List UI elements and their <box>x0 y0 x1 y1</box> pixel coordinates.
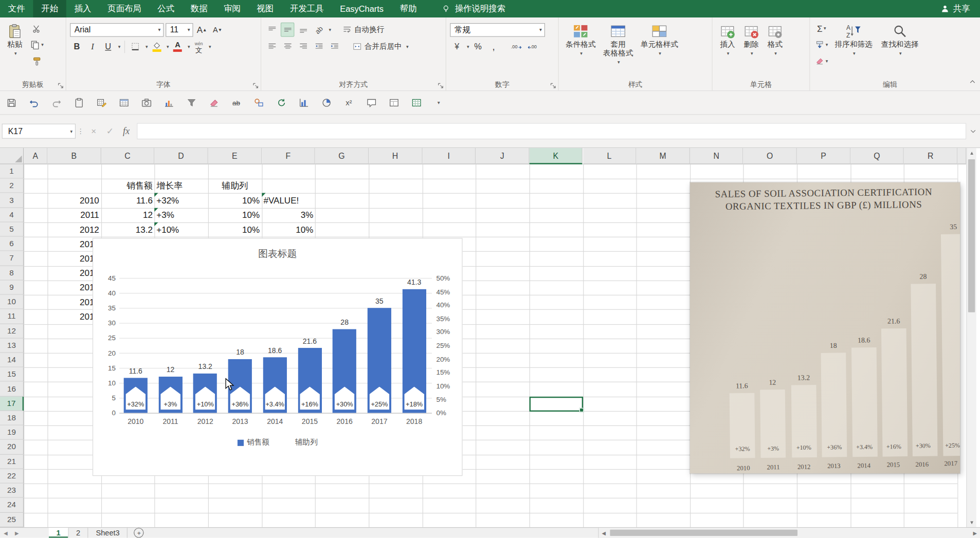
menu-tab-审阅[interactable]: 审阅 <box>215 0 248 17</box>
font-size-select[interactable]: 11▾ <box>166 23 193 36</box>
column-header-R[interactable]: R <box>904 148 957 164</box>
qat-comment-icon[interactable] <box>365 97 377 109</box>
column-header-A[interactable]: A <box>24 148 47 164</box>
row-header-25[interactable]: 25 <box>0 512 24 527</box>
sheet-tab-Sheet3[interactable]: Sheet3 <box>88 528 128 537</box>
increase-decimal-button[interactable]: .00 <box>509 40 523 54</box>
menu-tab-数据[interactable]: 数据 <box>183 0 215 17</box>
sheet-nav-prev[interactable]: ◀ <box>0 528 11 537</box>
autosum-button[interactable]: Σ▾ <box>814 21 829 35</box>
row-header-14[interactable]: 14 <box>0 353 24 367</box>
wrap-text-button[interactable]: 自动换行 <box>341 23 385 37</box>
column-header-J[interactable]: J <box>476 148 529 164</box>
column-header-M[interactable]: M <box>637 148 690 164</box>
legend-item-辅助列[interactable]: 辅助列 <box>286 437 318 448</box>
qat-refresh-icon[interactable] <box>275 97 287 109</box>
column-header-G[interactable]: G <box>315 148 369 164</box>
italic-button[interactable]: I <box>86 40 100 54</box>
sheet-nav-next[interactable]: ▶ <box>11 528 23 537</box>
row-header-11[interactable]: 11 <box>0 309 24 324</box>
menu-tab-插入[interactable]: 插入 <box>66 0 99 17</box>
decrease-indent-button[interactable] <box>312 40 326 54</box>
bold-button[interactable]: B <box>70 40 84 54</box>
row-header-18[interactable]: 18 <box>0 411 24 425</box>
cell-C5[interactable]: 13.2 <box>101 222 154 237</box>
new-sheet-button[interactable]: + <box>134 528 144 537</box>
row-header-5[interactable]: 5 <box>0 222 24 237</box>
chart-bar-2016[interactable]: 28+30% <box>333 329 356 413</box>
worksheet-grid[interactable]: 图表标题 45403530252015105050%45%40%35%30%25… <box>0 148 966 527</box>
align-right-button[interactable] <box>296 40 310 54</box>
increase-indent-button[interactable] <box>328 40 341 54</box>
cell-D4[interactable]: +3% <box>155 208 208 222</box>
embedded-chart[interactable]: 图表标题 45403530252015105050%45%40%35%30%25… <box>93 238 463 476</box>
row-header-15[interactable]: 15 <box>0 367 24 382</box>
qat-clipboard-icon[interactable] <box>72 97 85 109</box>
clear-button[interactable]: ▾ <box>814 54 829 68</box>
sheet-tab-1[interactable]: 1 <box>49 528 69 537</box>
row-header-3[interactable]: 3 <box>0 193 24 208</box>
column-header-K[interactable]: K <box>529 148 583 164</box>
qat-superscript-icon[interactable]: x² <box>342 97 355 109</box>
qat-grid-table-icon[interactable] <box>118 97 130 109</box>
qat-save-icon[interactable] <box>5 97 17 109</box>
column-header-O[interactable]: O <box>743 148 797 164</box>
select-all-corner[interactable] <box>0 148 24 164</box>
delete-cells-button[interactable]: 删除 ▾ <box>740 21 763 80</box>
cell-B3[interactable]: 2010 <box>47 193 101 208</box>
row-header-8[interactable]: 8 <box>0 266 24 280</box>
fill-color-caret[interactable]: ▾ <box>167 44 169 49</box>
format-as-table-button[interactable]: 套用 表格格式 ▾ <box>600 21 637 80</box>
cut-button[interactable] <box>29 21 45 35</box>
number-format-select[interactable]: 常规▾ <box>450 23 545 36</box>
menu-tab-file[interactable]: 文件 <box>0 0 33 17</box>
qat-filter-icon[interactable] <box>185 97 197 109</box>
align-top-button[interactable] <box>265 23 279 37</box>
qat-chart-bars-icon[interactable] <box>162 97 175 109</box>
reference-photo[interactable]: SALES OF SOIL ASSOCIATION CERTIFICATION … <box>690 182 960 473</box>
column-header-H[interactable]: H <box>369 148 422 164</box>
horizontal-scrollbar[interactable]: ◀ ▶ <box>598 528 980 537</box>
underline-button[interactable]: U <box>101 40 115 54</box>
shrink-font-button[interactable]: A▼ <box>211 23 225 37</box>
cell-F4[interactable]: 3% <box>262 208 315 222</box>
align-middle-button[interactable] <box>281 23 295 37</box>
cell-E2[interactable]: 辅助列 <box>208 179 262 193</box>
column-header-L[interactable]: L <box>583 148 637 164</box>
cell-E3[interactable]: 10% <box>208 193 262 208</box>
merge-center-button[interactable]: 合并后居中 <box>351 40 403 54</box>
qat-column-chart-icon[interactable] <box>298 97 310 109</box>
chart-bar-2012[interactable]: 13.2+10% <box>193 373 217 413</box>
chart-bar-2017[interactable]: 35+25% <box>368 308 391 413</box>
qat-pie-chart-icon[interactable] <box>320 97 332 109</box>
qat-outline-table-icon[interactable] <box>410 97 422 109</box>
row-header-13[interactable]: 13 <box>0 339 24 353</box>
chart-bar-2015[interactable]: 21.6+16% <box>298 348 321 413</box>
menu-tab-页面布局[interactable]: 页面布局 <box>99 0 149 17</box>
cell-F3[interactable]: #VALUE! <box>262 193 315 208</box>
menu-tab-视图[interactable]: 视图 <box>249 0 282 17</box>
chart-bar-2014[interactable]: 18.6+3.4% <box>263 357 287 413</box>
qat-eraser-icon[interactable] <box>208 97 220 109</box>
vertical-scroll-thumb[interactable] <box>968 159 975 312</box>
column-header-F[interactable]: F <box>262 148 315 164</box>
row-header-4[interactable]: 4 <box>0 208 24 222</box>
decrease-decimal-button[interactable]: .00 <box>525 40 540 54</box>
orientation-button[interactable]: ab <box>312 23 326 37</box>
vertical-scrollbar[interactable]: ▲ ▼ <box>966 148 976 527</box>
qat-shapes-icon[interactable] <box>252 97 265 109</box>
percent-style-button[interactable]: % <box>471 40 485 54</box>
cell-C3[interactable]: 11.6 <box>101 193 154 208</box>
chart-bar-2010[interactable]: 11.6+32% <box>124 378 148 413</box>
font-color-caret[interactable]: ▾ <box>188 44 190 49</box>
grow-font-button[interactable]: A▲ <box>195 23 209 37</box>
format-painter-button[interactable] <box>29 54 45 68</box>
confirm-entry-button[interactable]: ✓ <box>102 124 118 139</box>
menu-tab-开发工具[interactable]: 开发工具 <box>282 0 332 17</box>
row-header-23[interactable]: 23 <box>0 484 24 498</box>
sheet-tab-2[interactable]: 2 <box>68 528 88 537</box>
number-dialog-launcher[interactable] <box>549 82 556 88</box>
name-box-caret[interactable]: ▾ <box>70 128 72 134</box>
row-header-10[interactable]: 10 <box>0 295 24 309</box>
selected-cell-K17[interactable] <box>529 396 583 411</box>
